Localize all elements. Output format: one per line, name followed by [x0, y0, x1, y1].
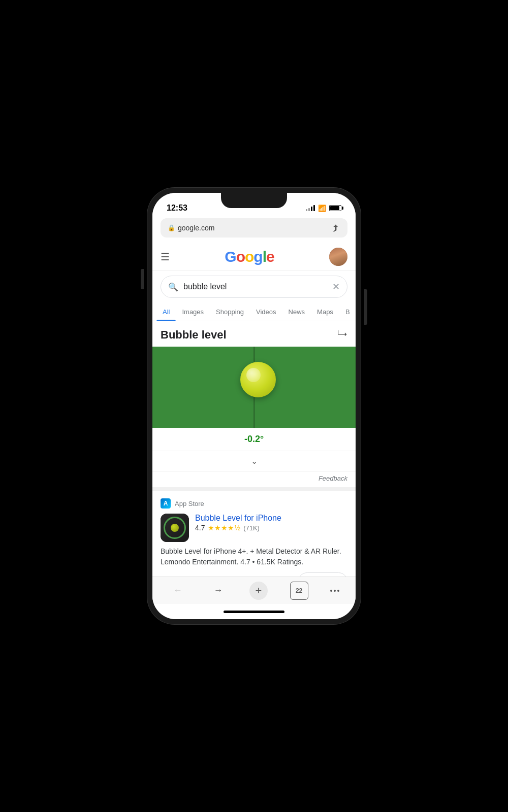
tabs-count: 22: [296, 587, 302, 594]
logo-g: G: [225, 248, 236, 265]
status-icons: 📶: [306, 205, 341, 212]
featured-share-icon[interactable]: ⮡: [337, 329, 347, 341]
clear-icon[interactable]: ✕: [332, 281, 340, 292]
expand-row[interactable]: ⌄: [152, 451, 356, 471]
logo-g2: g: [253, 248, 262, 265]
tab-all[interactable]: All: [156, 303, 176, 321]
dot3: [337, 590, 339, 592]
google-header: ☰ Google: [152, 242, 356, 270]
logo-l: l: [263, 248, 266, 265]
tab-maps[interactable]: Maps: [311, 303, 339, 321]
feedback-label: Feedback: [319, 475, 347, 482]
app-rating-value: 4.7: [195, 524, 205, 532]
angle-display: -0.2°: [152, 428, 356, 451]
bubble-level-visual[interactable]: [152, 347, 356, 428]
app-info: Bubble Level for iPhone 4.7 ★★★★½ (71K): [195, 514, 347, 532]
logo-o1: o: [236, 248, 245, 265]
app-store-icon: A: [161, 498, 171, 509]
phone-frame: 12:53 📶 🔒 google.com ⮭: [147, 188, 361, 624]
app-review-count: (71K): [243, 524, 260, 532]
dot2: [334, 590, 336, 592]
logo-e: e: [266, 248, 274, 265]
logo-o2: o: [245, 248, 253, 265]
tab-images[interactable]: Images: [176, 303, 210, 321]
hamburger-menu-icon[interactable]: ☰: [161, 251, 170, 263]
app-bubble-visual: [164, 517, 186, 539]
bubble-highlight: [246, 368, 261, 382]
app-description: Bubble Level for iPhone 4+. + Metal Dete…: [161, 546, 347, 567]
featured-title: Bubble level: [161, 328, 227, 342]
app-icon: [161, 514, 189, 542]
tab-more[interactable]: B: [339, 303, 356, 321]
search-icon: 🔍: [168, 282, 178, 292]
tab-videos[interactable]: Videos: [250, 303, 282, 321]
bubble-circle: [240, 362, 276, 397]
battery-icon: [329, 205, 341, 211]
app-rating-row: 4.7 ★★★★½ (71K): [195, 524, 347, 532]
url-display: google.com: [178, 224, 214, 232]
featured-title-row: Bubble level ⮡: [152, 321, 356, 347]
notch: [221, 193, 287, 208]
app-icon-inner: [161, 514, 189, 542]
avatar-image: [329, 248, 347, 266]
feedback-row[interactable]: Feedback: [152, 471, 356, 487]
featured-card: Bubble level ⮡ -0.2° ⌄ Feedback: [152, 321, 356, 491]
search-query: bubble level: [183, 282, 327, 291]
browser-bottom-nav: ← → + 22: [152, 577, 356, 604]
tab-shopping[interactable]: Shopping: [210, 303, 250, 321]
browser-content: ☰ Google 🔍 bubble level ✕ All Images Sho…: [152, 242, 356, 577]
home-bar: [224, 611, 284, 613]
back-button[interactable]: ←: [169, 582, 187, 600]
app-name[interactable]: Bubble Level for iPhone: [195, 514, 347, 523]
search-bar[interactable]: 🔍 bubble level ✕: [161, 276, 347, 298]
wifi-icon: 📶: [318, 205, 326, 212]
lock-icon: 🔒: [168, 224, 175, 231]
app-store-label: App Store: [175, 500, 204, 507]
forward-icon: →: [213, 585, 223, 596]
search-tabs: All Images Shopping Videos News Maps B: [152, 303, 356, 321]
signal-icon: [306, 205, 315, 211]
home-indicator: [152, 604, 356, 619]
dot1: [330, 590, 332, 592]
new-tab-button[interactable]: +: [249, 582, 268, 600]
url-text: 🔒 google.com: [168, 224, 214, 232]
new-tab-icon: +: [256, 584, 262, 597]
tab-news[interactable]: News: [282, 303, 311, 321]
chevron-down-icon: ⌄: [251, 457, 258, 465]
avatar[interactable]: [329, 248, 347, 266]
app-stars: ★★★★½: [208, 524, 240, 532]
share-icon[interactable]: ⮭: [331, 223, 340, 233]
app-row: Bubble Level for iPhone 4.7 ★★★★½ (71K): [161, 514, 347, 542]
tabs-button[interactable]: 22: [290, 582, 308, 600]
phone-screen: 12:53 📶 🔒 google.com ⮭: [152, 193, 356, 619]
url-bar[interactable]: 🔒 google.com ⮭: [161, 218, 347, 238]
app-bottom-row: Free ⬇ Install: [161, 572, 347, 577]
status-time: 12:53: [167, 204, 187, 213]
forward-button[interactable]: →: [209, 582, 227, 600]
app-store-header: A App Store: [161, 498, 347, 509]
back-icon: ←: [173, 585, 182, 596]
google-logo: Google: [225, 248, 274, 265]
more-button[interactable]: [330, 590, 339, 592]
install-button[interactable]: ⬇ Install: [298, 572, 347, 577]
app-store-card: A App Store Bubble Level for iPhone: [152, 491, 356, 577]
app-bubble-inner: [171, 524, 179, 532]
